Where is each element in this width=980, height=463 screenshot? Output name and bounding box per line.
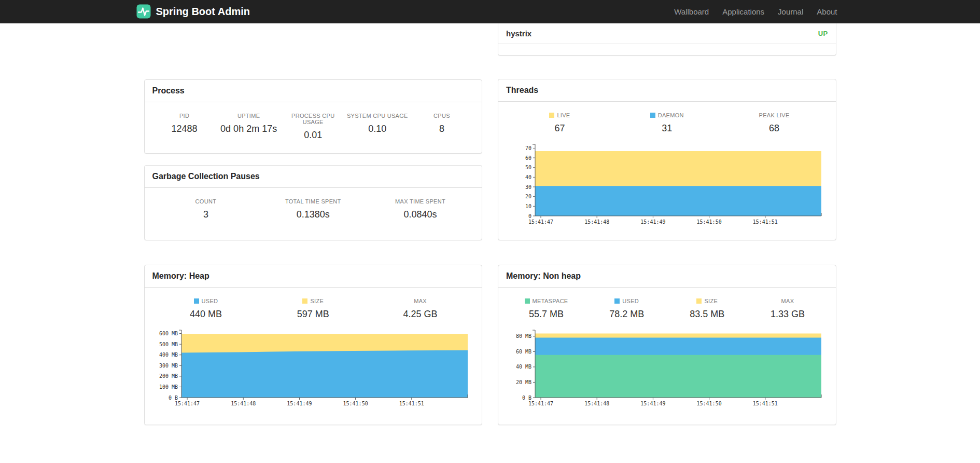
gc-panel: Garbage Collection Pauses COUNT 3 TOTAL … xyxy=(144,165,483,240)
nonheap-size-swatch xyxy=(696,298,702,304)
svg-text:15:41:48: 15:41:48 xyxy=(584,219,609,225)
stat-system-cpu: SYSTEM CPU USAGE 0.10 xyxy=(345,113,410,141)
main-content: Process PID 12488 UPTIME 0d 0h 2m 17s PR… xyxy=(136,23,844,425)
svg-text:60 MB: 60 MB xyxy=(516,349,531,355)
svg-text:500 MB: 500 MB xyxy=(159,342,177,347)
brand-title: Spring Boot Admin xyxy=(156,6,250,18)
stat-gc-count-value: 3 xyxy=(152,209,260,220)
stat-heap-used: USED 440 MB xyxy=(152,298,260,320)
svg-text:15:41:50: 15:41:50 xyxy=(343,401,368,406)
stat-uptime: UPTIME 0d 0h 2m 17s xyxy=(217,113,281,141)
svg-text:60: 60 xyxy=(525,155,531,161)
application-row-hystrix[interactable]: hystrix UP xyxy=(498,23,836,44)
svg-text:80 MB: 80 MB xyxy=(516,333,531,339)
stat-gc-count: COUNT 3 xyxy=(152,198,260,220)
svg-text:15:41:50: 15:41:50 xyxy=(697,219,722,225)
memory-nonheap-chart: 0 B20 MB40 MB60 MB80 MB15:41:4715:41:481… xyxy=(506,328,828,410)
svg-text:15:41:48: 15:41:48 xyxy=(231,401,256,406)
nav-link-journal[interactable]: Journal xyxy=(771,7,810,16)
stat-process-cpu: PROCESS CPU USAGE 0.01 xyxy=(281,113,345,141)
threads-legend: LIVE 67 DAEMON 31 PEAK LIVE xyxy=(506,111,828,137)
svg-text:20: 20 xyxy=(525,194,531,199)
gc-panel-title: Garbage Collection Pauses xyxy=(145,166,482,188)
svg-text:15:41:47: 15:41:47 xyxy=(174,401,199,406)
applications-panel: hystrix UP xyxy=(498,23,836,56)
stat-heap-size: SIZE 597 MB xyxy=(259,298,367,320)
stat-gc-max-time: MAX TIME SPENT 0.0840s xyxy=(367,198,474,220)
gc-stats: COUNT 3 TOTAL TIME SPENT 0.1380s MAX TIM… xyxy=(152,197,474,223)
threads-live-swatch xyxy=(549,113,554,118)
svg-text:50: 50 xyxy=(525,165,531,170)
svg-text:15:41:47: 15:41:47 xyxy=(528,401,553,406)
nav-link-wallboard[interactable]: Wallboard xyxy=(667,7,716,16)
threads-daemon-swatch xyxy=(650,113,655,118)
status-badge: UP xyxy=(818,30,828,37)
memory-heap-chart: 0 B100 MB200 MB300 MB400 MB500 MB600 MB1… xyxy=(152,328,474,410)
stat-nonheap-used: USED 78.2 MB xyxy=(586,298,667,320)
stat-heap-size-value: 597 MB xyxy=(259,309,367,320)
stat-pid-value: 12488 xyxy=(152,124,217,134)
svg-text:0: 0 xyxy=(528,213,531,219)
stat-nonheap-size-value: 83.5 MB xyxy=(667,309,747,320)
stat-cpus: CPUS 8 xyxy=(410,113,474,141)
svg-text:15:41:49: 15:41:49 xyxy=(287,401,312,406)
stat-nonheap-size: SIZE 83.5 MB xyxy=(667,298,747,320)
stat-threads-peak: PEAK LIVE 68 xyxy=(721,112,828,134)
application-name: hystrix xyxy=(506,29,531,38)
stat-heap-max-value: 4.25 GB xyxy=(367,309,474,320)
svg-text:10: 10 xyxy=(525,203,531,209)
memory-nonheap-panel-title: Memory: Non heap xyxy=(498,265,836,288)
stat-metaspace: METASPACE 55.7 MB xyxy=(506,298,586,320)
heap-size-swatch xyxy=(302,298,307,304)
threads-panel-title: Threads xyxy=(498,79,836,102)
svg-text:20 MB: 20 MB xyxy=(516,379,531,385)
nav-link-about[interactable]: About xyxy=(810,7,844,16)
nonheap-legend: METASPACE 55.7 MB USED 78.2 MB xyxy=(506,297,828,323)
svg-text:15:41:51: 15:41:51 xyxy=(753,219,778,225)
stat-threads-peak-value: 68 xyxy=(721,123,828,134)
svg-text:30: 30 xyxy=(525,184,531,190)
svg-text:15:41:50: 15:41:50 xyxy=(697,401,722,406)
stat-nonheap-used-value: 78.2 MB xyxy=(586,309,667,320)
stat-nonheap-max-value: 1.33 GB xyxy=(747,309,828,320)
heap-legend: USED 440 MB SIZE 597 MB MAX xyxy=(152,297,474,323)
stat-heap-max: MAX 4.25 GB xyxy=(367,298,474,320)
stat-cpus-value: 8 xyxy=(410,124,474,134)
svg-text:0 B: 0 B xyxy=(522,395,531,401)
threads-panel: Threads LIVE 67 xyxy=(498,79,836,240)
stat-threads-daemon-value: 31 xyxy=(613,123,721,134)
stat-uptime-value: 0d 0h 2m 17s xyxy=(217,124,281,134)
process-panel: Process PID 12488 UPTIME 0d 0h 2m 17s PR… xyxy=(144,79,483,154)
memory-nonheap-panel: Memory: Non heap METASPACE 55.7 MB xyxy=(498,265,836,425)
stat-system-cpu-value: 0.10 xyxy=(345,124,410,134)
stat-gc-total-time: TOTAL TIME SPENT 0.1380s xyxy=(259,198,367,220)
left-column: Process PID 12488 UPTIME 0d 0h 2m 17s PR… xyxy=(136,23,491,425)
metaspace-swatch xyxy=(525,298,530,304)
svg-text:400 MB: 400 MB xyxy=(159,352,177,358)
nav-link-applications[interactable]: Applications xyxy=(716,7,771,16)
stat-pid: PID 12488 xyxy=(152,113,217,141)
svg-text:15:41:51: 15:41:51 xyxy=(753,401,778,406)
svg-text:15:41:48: 15:41:48 xyxy=(584,401,609,406)
svg-text:0 B: 0 B xyxy=(168,395,177,401)
heap-used-swatch xyxy=(194,298,199,304)
stat-process-cpu-value: 0.01 xyxy=(281,130,345,141)
svg-text:15:41:47: 15:41:47 xyxy=(528,219,553,225)
svg-text:15:41:49: 15:41:49 xyxy=(640,219,665,225)
stat-metaspace-value: 55.7 MB xyxy=(506,309,586,320)
svg-text:300 MB: 300 MB xyxy=(159,363,177,369)
spring-boot-admin-logo-icon xyxy=(136,4,151,19)
svg-text:40: 40 xyxy=(525,174,531,180)
right-column: hystrix UP Threads LIVE 67 xyxy=(490,23,844,425)
svg-text:600 MB: 600 MB xyxy=(159,331,177,336)
svg-text:40 MB: 40 MB xyxy=(516,364,531,370)
stat-threads-daemon: DAEMON 31 xyxy=(613,112,721,134)
stat-threads-live-value: 67 xyxy=(506,123,613,134)
navbar: Spring Boot Admin Wallboard Applications… xyxy=(0,0,980,23)
brand[interactable]: Spring Boot Admin xyxy=(136,4,250,19)
svg-text:200 MB: 200 MB xyxy=(159,373,177,379)
nav-links: Wallboard Applications Journal About xyxy=(667,7,844,16)
stat-threads-live: LIVE 67 xyxy=(506,112,613,134)
svg-text:100 MB: 100 MB xyxy=(159,384,177,390)
stat-gc-total-time-value: 0.1380s xyxy=(259,209,367,220)
